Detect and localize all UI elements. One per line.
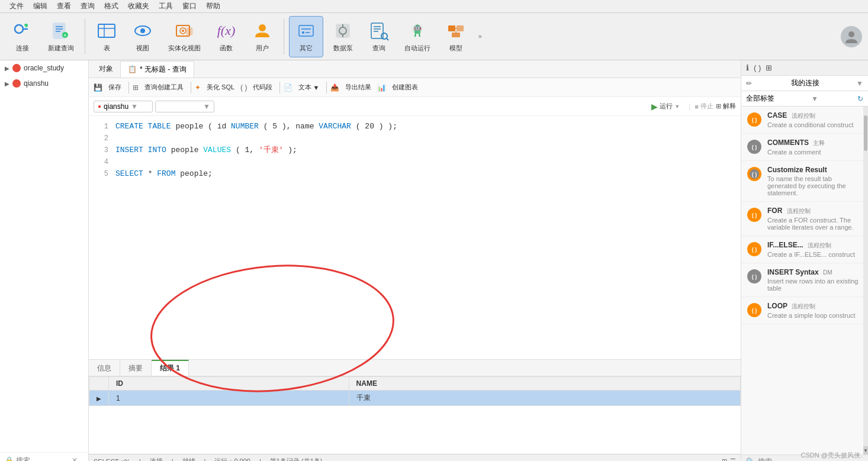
- avatar: [841, 26, 862, 47]
- status-runtime: 运行：0.000: [214, 457, 250, 461]
- row-arrow: ▶: [97, 395, 101, 402]
- toolbar-view[interactable]: 视图: [126, 16, 159, 57]
- toolbar-query[interactable]: 查询: [362, 16, 396, 57]
- right-panel-scrollbar[interactable]: ▼: [863, 107, 868, 454]
- toolbar-model[interactable]: 模型: [439, 16, 472, 57]
- grid-icon[interactable]: ⊞: [766, 63, 772, 72]
- menu-bar: 文件 编辑 查看 查询 格式 收藏夹 工具 窗口 帮助: [0, 0, 868, 13]
- toolbar-new-query[interactable]: + 新建查询: [42, 16, 80, 57]
- code-snippet-button[interactable]: 代码段: [249, 82, 276, 93]
- menu-item-file[interactable]: 文件: [5, 0, 28, 12]
- stop-icon: ■: [695, 103, 699, 110]
- tab-query-label: * 无标题 - 查询: [140, 65, 187, 75]
- snippet-for[interactable]: ( ) FOR 流程控制 Create a FOR construct. The…: [741, 202, 863, 236]
- svg-text:( ): ( ): [752, 172, 757, 178]
- toolbar-table[interactable]: 表: [90, 16, 123, 57]
- toolbar-other[interactable]: 其它: [289, 16, 323, 57]
- result-tab-info[interactable]: 信息: [89, 361, 120, 376]
- menu-item-tools[interactable]: 工具: [154, 0, 178, 12]
- db-selector-icon: ●: [98, 103, 101, 109]
- snippet-ifelse[interactable]: ( ) IF...ELSE... 流程控制 Create a IF...ELSE…: [741, 236, 863, 263]
- snippet-loop[interactable]: ( ) LOOP 流程控制 Create a simple loop const…: [741, 297, 863, 324]
- toolbar-user[interactable]: 用户: [246, 16, 279, 57]
- menu-item-format[interactable]: 格式: [99, 0, 123, 12]
- bracket-icon[interactable]: ( ): [754, 63, 761, 72]
- query-tool-button[interactable]: 查询创建工具: [141, 82, 187, 93]
- svg-text:( ): ( ): [752, 212, 757, 218]
- toolbar-mat-view[interactable]: 实体化视图: [162, 16, 207, 57]
- search-icon: 🔒: [5, 456, 14, 461]
- menu-item-view[interactable]: 查看: [52, 0, 76, 12]
- tag-selector[interactable]: 全部标签 ▼ ↻: [741, 91, 868, 107]
- save-button[interactable]: 保存: [105, 82, 125, 93]
- menu-item-window[interactable]: 窗口: [178, 0, 201, 12]
- explain-button[interactable]: ⊞ 解释: [716, 102, 736, 111]
- svg-text:( ): ( ): [752, 274, 757, 280]
- col-header-name: NAME: [349, 377, 740, 391]
- toolbar-function[interactable]: f(x) 函数: [210, 16, 243, 57]
- toolbar-autorun[interactable]: 🤖 自动运行: [398, 16, 436, 57]
- menu-item-favorites[interactable]: 收藏夹: [123, 0, 154, 12]
- text-dropdown[interactable]: 文本▼: [295, 82, 323, 93]
- toolbar-more[interactable]: »: [475, 30, 485, 43]
- toolbar-datapump[interactable]: 数据泵: [326, 16, 359, 57]
- menu-item-query[interactable]: 查询: [76, 0, 99, 12]
- snippet-for-badge: 流程控制: [787, 208, 811, 214]
- status-separator3: |: [204, 458, 206, 462]
- snippet-loop-badge: 流程控制: [792, 303, 815, 310]
- create-chart-button[interactable]: 创建图表: [388, 82, 422, 93]
- snippet-ifelse-desc: Create a IF...ELSE... construct: [767, 251, 859, 258]
- snippet-customize-result[interactable]: ( ) Customize Result To name the result …: [741, 161, 863, 202]
- menu-item-help[interactable]: 帮助: [201, 0, 225, 12]
- explain-icon: ⊞: [716, 102, 721, 110]
- status-separator2: |: [172, 458, 173, 462]
- code-editor[interactable]: 1 CREATE TABLE people ( id NUMBER ( 5 ),…: [89, 116, 741, 359]
- svg-point-46: [848, 31, 854, 37]
- schema-selector[interactable]: ▼: [155, 101, 214, 112]
- refresh-icon[interactable]: ↻: [857, 95, 863, 103]
- info-icon[interactable]: ℹ: [746, 63, 749, 72]
- toolbar-connect[interactable]: + 连接: [6, 16, 39, 57]
- beautify-button[interactable]: 美化 SQL: [203, 82, 238, 93]
- run-button[interactable]: ▶ 运行 ▼: [647, 101, 684, 112]
- tab-object[interactable]: 对象: [92, 62, 120, 76]
- table-row[interactable]: ▶ 1 千束: [89, 391, 741, 406]
- snippet-for-title: FOR: [767, 207, 782, 215]
- save-icon: 💾: [94, 83, 102, 92]
- result-tab-result1[interactable]: 结果 1: [152, 360, 189, 376]
- create-chart-icon: 📊: [377, 83, 386, 92]
- export-button[interactable]: 导出结果: [342, 82, 375, 93]
- sidebar-item-qianshu[interactable]: ▶ qianshu: [0, 76, 88, 91]
- db-selector-chevron: ▼: [131, 102, 138, 111]
- result-tab-summary[interactable]: 摘要: [120, 361, 152, 376]
- sidebar-search-close[interactable]: ✕: [72, 456, 78, 461]
- menu-item-edit[interactable]: 编辑: [28, 0, 52, 12]
- status-separator1: |: [139, 458, 141, 462]
- sidebar-item-oracle-study[interactable]: ▶ oracle_study: [0, 60, 88, 76]
- results-tabs: 信息 摘要 结果 1: [89, 360, 741, 376]
- snippet-comments-desc: Create a comment: [767, 149, 859, 156]
- snippet-loop-desc: Create a simple loop construct: [767, 312, 859, 319]
- status-list-icon[interactable]: ☰: [730, 457, 736, 461]
- svg-text:( ): ( ): [752, 144, 757, 150]
- expand-icon-2: ▶: [5, 80, 9, 87]
- db-selector-value: qianshu: [104, 102, 128, 111]
- sidebar-label-qianshu: qianshu: [24, 79, 49, 88]
- db-selector[interactable]: ● qianshu ▼: [94, 101, 153, 112]
- stop-button[interactable]: ■ 停止: [695, 102, 713, 111]
- scroll-down-arrow[interactable]: ▼: [863, 446, 868, 454]
- sidebar-search-input[interactable]: [16, 456, 69, 461]
- snippet-case-title: CASE: [767, 111, 787, 120]
- svg-text:+: +: [63, 32, 67, 38]
- connection-label: 我的连接: [791, 78, 819, 88]
- cell-id: 1: [109, 391, 349, 406]
- connection-pencil-icon: ✏: [746, 79, 752, 88]
- snippet-comments[interactable]: ( ) COMMENTS 主释 Create a comment: [741, 134, 863, 161]
- snippet-insert-badge: DM: [823, 269, 832, 276]
- snippet-insert[interactable]: ( ) INSERT Syntax DM Insert new rows int…: [741, 263, 863, 297]
- tab-query[interactable]: 📋 * 无标题 - 查询: [120, 61, 194, 78]
- connection-selector[interactable]: ✏ 我的连接 ▼: [741, 76, 868, 91]
- expand-icon: ▶: [5, 65, 9, 72]
- status-grid-icon[interactable]: ⊞: [722, 457, 727, 461]
- snippet-case[interactable]: ( ) CASE 流程控制 Create a conditional const…: [741, 107, 863, 134]
